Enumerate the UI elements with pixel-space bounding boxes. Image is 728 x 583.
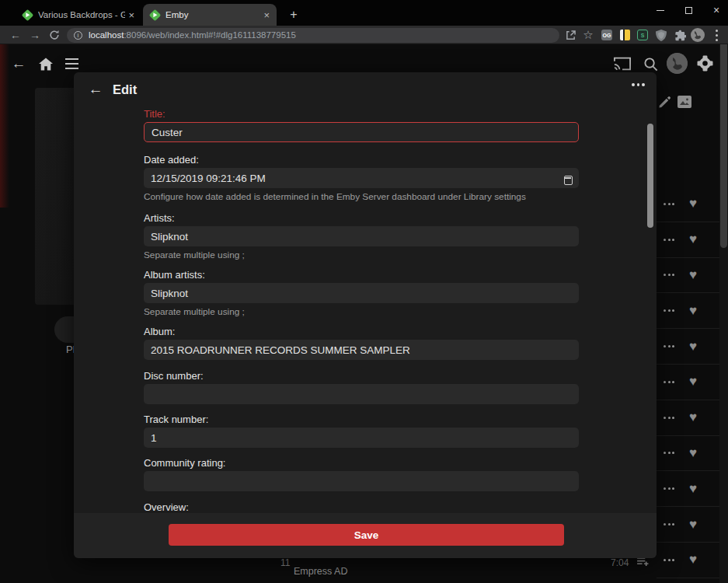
track-row[interactable]: ♥ — [657, 365, 728, 400]
search-icon[interactable] — [641, 54, 660, 73]
field-helper: Configure how date added is determined i… — [144, 192, 579, 202]
track-row[interactable]: ♥ — [657, 471, 728, 507]
bookmark-star-icon[interactable]: ☆ — [580, 26, 597, 44]
address-bar[interactable]: i localhost:8096/web/index.html#!#dlg161… — [67, 28, 559, 43]
browser-forward-icon[interactable]: → — [26, 26, 44, 44]
browser-menu-kebab-icon[interactable] — [708, 26, 725, 44]
more-icon[interactable] — [664, 345, 679, 347]
disc-number-input[interactable] — [144, 384, 579, 404]
track-row[interactable]: ♥ — [657, 543, 728, 578]
more-icon[interactable] — [664, 274, 679, 276]
more-icon[interactable] — [664, 487, 679, 490]
window-minimize-button[interactable] — [646, 0, 674, 20]
window-maximize-button[interactable] — [674, 0, 702, 20]
home-icon[interactable] — [37, 54, 55, 73]
more-icon[interactable] — [664, 452, 679, 454]
field-track-number: Track number: — [144, 414, 579, 448]
window-close-button[interactable]: × — [702, 0, 728, 20]
more-icon[interactable] — [664, 239, 679, 241]
save-button[interactable]: Save — [169, 524, 564, 546]
favorite-heart-icon[interactable]: ♥ — [689, 267, 697, 283]
tab-close-icon[interactable]: × — [125, 9, 141, 21]
browser-tab-various-backdrops[interactable]: Various Backdrops - General/Win × — [16, 4, 141, 26]
more-icon[interactable] — [664, 523, 679, 525]
calendar-icon[interactable] — [564, 176, 573, 185]
more-icon[interactable] — [664, 417, 679, 419]
page-scrollbar-thumb[interactable] — [720, 44, 727, 248]
field-community-rating: Community rating: — [144, 458, 579, 491]
artists-input[interactable] — [144, 226, 579, 246]
favorite-heart-icon[interactable]: ♥ — [689, 552, 697, 567]
extensions-puzzle-icon[interactable] — [671, 26, 688, 44]
dialog-footer: Save — [74, 513, 657, 558]
title-input[interactable] — [144, 122, 579, 142]
new-tab-button[interactable]: + — [284, 6, 303, 25]
favorite-heart-icon[interactable]: ♥ — [689, 303, 697, 319]
favorite-heart-icon[interactable]: ♥ — [689, 196, 697, 211]
browser-tab-bar: Various Backdrops - General/Win × Emby ×… — [0, 0, 728, 26]
favorite-heart-icon[interactable]: ♥ — [689, 445, 697, 461]
favorite-heart-icon[interactable]: ♥ — [689, 517, 697, 532]
browser-back-icon[interactable]: ← — [6, 26, 25, 44]
extension-shield-icon[interactable] — [653, 26, 670, 44]
extension-book-icon[interactable] — [616, 26, 633, 44]
emby-favicon — [149, 9, 162, 21]
community-rating-input[interactable] — [144, 471, 579, 491]
hamburger-menu-icon[interactable] — [64, 56, 79, 72]
track-number: 11 — [280, 557, 290, 568]
field-date-added: Date added: Configure how date added is … — [144, 155, 579, 202]
more-icon[interactable] — [664, 309, 679, 312]
edit-pencil-icon[interactable] — [658, 96, 672, 110]
album-input[interactable] — [144, 340, 579, 360]
track-list-column: ♥ ♥ ♥ ♥ ♥ ♥ ♥ ♥ ♥ ♥ ♥ — [657, 187, 728, 578]
field-disc-number: Disc number: — [144, 371, 579, 404]
url-path: :8096/web/index.html#!#dlg1611138779515 — [124, 30, 295, 40]
edit-metadata-dialog: ← Edit Title: Date added: Configure how … — [74, 72, 657, 558]
track-row[interactable]: ♥ — [657, 222, 728, 258]
field-label: Disc number: — [144, 371, 579, 382]
track-row[interactable]: ♥ — [657, 258, 728, 294]
dialog-back-icon[interactable]: ← — [86, 80, 105, 99]
field-label: Date added: — [144, 155, 579, 166]
favorite-heart-icon[interactable]: ♥ — [689, 232, 697, 247]
track-number-input[interactable] — [144, 428, 579, 448]
extension-og-icon[interactable]: OG — [598, 26, 615, 44]
browser-profile-avatar[interactable] — [689, 26, 706, 44]
favorite-heart-icon[interactable]: ♥ — [689, 410, 697, 425]
more-icon[interactable] — [664, 203, 679, 205]
open-in-new-icon[interactable] — [562, 26, 579, 44]
extension-stylus-icon[interactable]: S — [634, 26, 651, 44]
track-row[interactable]: ♥ — [657, 187, 728, 222]
app-back-icon[interactable]: ← — [9, 54, 28, 73]
field-title: Title: — [144, 109, 579, 142]
browser-tab-emby[interactable]: Emby × — [143, 4, 277, 26]
page-info-icon[interactable]: i — [74, 31, 82, 40]
album-artists-input[interactable] — [144, 283, 579, 303]
user-avatar[interactable] — [667, 53, 688, 74]
favorite-heart-icon[interactable]: ♥ — [689, 481, 697, 497]
favorite-heart-icon[interactable]: ♥ — [689, 374, 697, 389]
field-label: Album: — [144, 326, 579, 337]
browser-reload-icon[interactable] — [45, 26, 64, 44]
field-label: Overview: — [144, 502, 579, 513]
dialog-more-icon[interactable] — [632, 83, 647, 86]
settings-gear-icon[interactable] — [696, 54, 713, 72]
cast-icon[interactable] — [613, 55, 632, 72]
track-duration: 7:04 — [611, 557, 629, 568]
track-row[interactable]: ♥ — [657, 293, 728, 329]
date-added-input[interactable] — [144, 168, 579, 188]
track-row[interactable]: ♥ — [657, 507, 728, 543]
track-row[interactable]: ♥ — [657, 400, 728, 436]
more-icon[interactable] — [664, 381, 679, 383]
track-row[interactable]: ♥ — [657, 329, 728, 365]
track-row[interactable]: ♥ — [657, 436, 728, 472]
edit-images-icon[interactable] — [677, 96, 691, 108]
tab-close-icon[interactable]: × — [260, 9, 277, 21]
dialog-scrollbar-thumb[interactable] — [647, 124, 653, 228]
field-album-artists: Album artists: Separate multiple using ; — [144, 270, 579, 317]
favorite-heart-icon[interactable]: ♥ — [689, 339, 697, 354]
more-icon[interactable] — [664, 559, 679, 561]
track-artist[interactable]: Empress AD — [294, 566, 347, 577]
url-host: localhost — [89, 30, 124, 40]
backdrop-tint — [0, 44, 9, 208]
